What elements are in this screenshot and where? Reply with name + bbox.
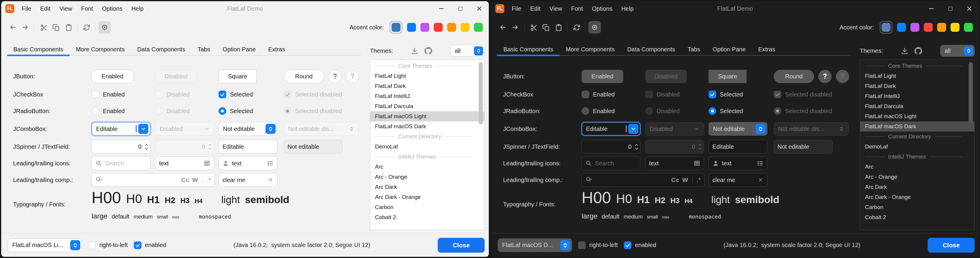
editable-combobox[interactable]: Editable	[582, 122, 640, 136]
regex-button[interactable]: .*	[207, 176, 211, 184]
accent-swatch-orange[interactable]	[447, 23, 456, 32]
radio-selected[interactable]: Selected	[708, 107, 743, 115]
cut-icon[interactable]	[37, 21, 50, 33]
round-button[interactable]: Round	[774, 70, 814, 83]
theme-item[interactable]: Cobalt 2	[860, 212, 974, 222]
tab-data-components[interactable]: Data Components	[621, 46, 681, 58]
scrollbar-thumb[interactable]	[969, 62, 973, 124]
editable-combobox[interactable]: Editable	[92, 122, 150, 136]
close-button[interactable]: Close	[928, 238, 975, 253]
clear-me-input[interactable]: clear me	[708, 173, 767, 187]
theme-item[interactable]: FlatLaf Light	[370, 71, 484, 81]
theme-item[interactable]: FlatLaf Darcula	[860, 101, 974, 111]
list-icon[interactable]	[267, 160, 274, 166]
accent-swatch-purple[interactable]	[420, 23, 430, 32]
tab-basic-components[interactable]: Basic Components	[7, 46, 70, 58]
spinner-arrows-icon[interactable]	[635, 143, 638, 150]
table-icon[interactable]	[204, 160, 210, 166]
menu-help[interactable]: Help	[617, 5, 638, 12]
spinner-arrows-icon[interactable]	[145, 143, 148, 150]
list-icon[interactable]	[757, 160, 764, 166]
right-to-left-checkbox[interactable]: right-to-left	[578, 241, 618, 249]
theme-item[interactable]: Arc	[370, 162, 484, 172]
chevron-updown-icon[interactable]	[964, 46, 973, 55]
date-input[interactable]: text	[645, 157, 704, 170]
close-window-button[interactable]	[470, 1, 489, 16]
show-hidden-toggle-icon[interactable]	[99, 21, 111, 33]
accent-swatch-green[interactable]	[474, 23, 483, 32]
refresh-icon[interactable]	[80, 21, 93, 33]
back-icon[interactable]	[496, 21, 509, 33]
chevron-updown-icon[interactable]	[266, 124, 275, 134]
theme-item[interactable]: FlatLaf Darcula	[370, 101, 484, 111]
search-dropdown-icon[interactable]	[585, 176, 593, 184]
theme-item[interactable]: FlatLaf Dark	[860, 81, 974, 91]
search-with-options-input[interactable]: CcW.*	[582, 173, 705, 187]
accent-swatch-orange[interactable]	[937, 23, 946, 32]
spinner[interactable]: 0	[582, 140, 640, 154]
radio-selected[interactable]: Selected	[218, 107, 253, 115]
maximize-button[interactable]	[451, 1, 470, 16]
accent-swatch-green[interactable]	[964, 23, 973, 32]
match-case-button[interactable]: Cc	[671, 176, 679, 184]
chevron-down-icon[interactable]	[138, 124, 148, 134]
copy-icon[interactable]	[50, 21, 62, 33]
close-button[interactable]: Close	[438, 238, 485, 253]
menu-view[interactable]: View	[545, 5, 567, 12]
square-button[interactable]: Square	[708, 70, 746, 83]
accent-swatch-red[interactable]	[434, 23, 443, 32]
theme-item[interactable]: DemoLaf	[860, 142, 974, 152]
minimize-button[interactable]	[432, 1, 451, 16]
round-button[interactable]: Round	[284, 70, 324, 83]
theme-item[interactable]: Cobalt 2	[370, 212, 484, 222]
theme-item[interactable]: FlatLaf IntelliJ	[370, 91, 484, 101]
forward-icon[interactable]	[509, 21, 522, 33]
minimize-button[interactable]	[922, 1, 941, 16]
search-input[interactable]: Search	[582, 157, 640, 170]
clear-icon[interactable]	[267, 177, 274, 183]
user-input[interactable]: text	[708, 157, 767, 170]
whole-word-button[interactable]: W	[682, 176, 688, 184]
chevron-updown-icon[interactable]	[560, 240, 570, 250]
accent-swatch-selected[interactable]	[390, 21, 402, 34]
paste-icon[interactable]	[62, 21, 75, 33]
radio-enabled[interactable]: Enabled	[582, 107, 614, 115]
search-input[interactable]: Search	[92, 157, 150, 170]
theme-item[interactable]: Arc Dark - Orange	[860, 192, 974, 202]
theme-combobox[interactable]: FlatLaf macOS Li...	[8, 238, 82, 252]
accent-swatch-blue[interactable]	[897, 23, 906, 32]
theme-item[interactable]: FlatLaf IntelliJ	[860, 91, 974, 101]
tab-more-components[interactable]: More Components	[70, 46, 131, 58]
menu-edit[interactable]: Edit	[526, 5, 545, 12]
cut-icon[interactable]	[527, 21, 540, 33]
close-window-button[interactable]	[960, 1, 979, 16]
refresh-icon[interactable]	[570, 21, 583, 33]
editable-textfield[interactable]: Editable	[708, 140, 767, 154]
copy-icon[interactable]	[540, 21, 552, 33]
clear-me-input[interactable]: clear me	[218, 173, 277, 187]
tab-tabs[interactable]: Tabs	[191, 46, 216, 58]
enabled-checkbox[interactable]: enabled	[134, 241, 166, 249]
square-button[interactable]: Square	[218, 70, 256, 83]
menu-view[interactable]: View	[55, 5, 77, 12]
tab-extras[interactable]: Extras	[752, 46, 781, 58]
tab-tabs[interactable]: Tabs	[681, 46, 706, 58]
github-icon[interactable]	[914, 47, 922, 55]
checkbox-enabled[interactable]: Enabled	[92, 90, 124, 98]
theme-item[interactable]: Carbon	[860, 202, 974, 212]
paste-icon[interactable]	[552, 21, 565, 33]
theme-item[interactable]: Arc Dark - Orange	[370, 192, 484, 202]
tab-option-pane[interactable]: Option Pane	[706, 46, 752, 58]
scrollbar-thumb[interactable]	[479, 62, 483, 124]
github-icon[interactable]	[424, 47, 432, 55]
whole-word-button[interactable]: W	[192, 176, 198, 184]
tab-extras[interactable]: Extras	[262, 46, 291, 58]
theme-item-selected[interactable]: FlatLaf macOS Light	[370, 111, 484, 122]
menu-file[interactable]: File	[17, 5, 36, 12]
match-case-button[interactable]: Cc	[181, 176, 189, 184]
accent-swatch-blue[interactable]	[407, 23, 416, 32]
theme-item[interactable]: FlatLaf macOS Dark	[370, 122, 484, 131]
theme-item-selected[interactable]: FlatLaf macOS Dark	[860, 122, 974, 131]
accent-swatch-yellow[interactable]	[461, 23, 469, 32]
spinner[interactable]: 0	[92, 140, 150, 154]
